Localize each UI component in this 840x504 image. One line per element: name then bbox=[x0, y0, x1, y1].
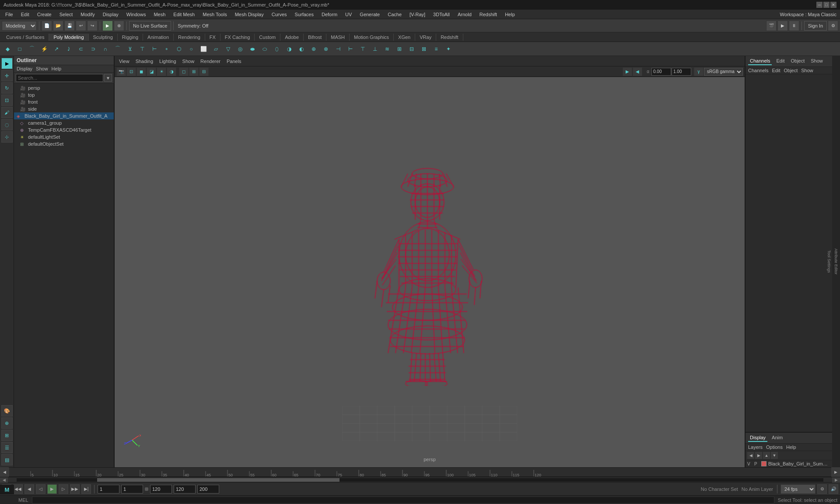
outliner-display-menu[interactable]: Display bbox=[17, 66, 32, 71]
tl-scroll-arrow-left[interactable]: ◀ bbox=[0, 477, 8, 483]
total-frames-input[interactable] bbox=[197, 485, 219, 494]
settings-btn[interactable]: ⚙ bbox=[828, 21, 838, 31]
shelf-tool11[interactable]: ∘ bbox=[161, 43, 172, 55]
timeline-bar[interactable]: 5 10 15 20 25 30 35 40 45 50 5 bbox=[9, 467, 831, 477]
object-tab[interactable]: Object bbox=[789, 57, 806, 65]
shelf-tool6[interactable]: ∩ bbox=[100, 43, 111, 55]
shelf-cyl[interactable]: ▱ bbox=[210, 43, 221, 55]
select-btn[interactable]: ▶ bbox=[1, 58, 13, 69]
menu-edit-mesh[interactable]: Edit Mesh bbox=[170, 11, 198, 18]
paint-btn[interactable]: 🖌 bbox=[1, 107, 13, 118]
menu-create[interactable]: Create bbox=[34, 11, 55, 18]
shelf-cube[interactable]: ⬜ bbox=[198, 43, 209, 55]
vp-menu-panels[interactable]: Panels bbox=[224, 59, 244, 64]
tl-scroll-thumb[interactable] bbox=[97, 478, 339, 482]
tab-mash[interactable]: MASH bbox=[326, 34, 350, 41]
layer-prev-btn[interactable]: ◀ bbox=[747, 452, 754, 459]
edit-tab[interactable]: Edit bbox=[774, 57, 786, 65]
vp-menu-renderer[interactable]: Renderer bbox=[198, 59, 223, 64]
tl-scroll-right[interactable]: ▶ bbox=[831, 467, 840, 477]
vp-solid-btn[interactable]: ◼ bbox=[136, 67, 146, 76]
start-frame-input[interactable] bbox=[121, 485, 143, 494]
layers-menu[interactable]: Layers bbox=[748, 444, 763, 450]
menu-modify[interactable]: Modify bbox=[77, 11, 98, 18]
vp-hud-btn[interactable]: ⊟ bbox=[199, 67, 209, 76]
render-btn[interactable]: 🎬 bbox=[766, 21, 777, 31]
shelf-tool2[interactable]: ↗ bbox=[51, 43, 62, 55]
play-back-btn[interactable]: ◁ bbox=[36, 484, 46, 494]
tab-fx[interactable]: FX bbox=[205, 34, 220, 41]
redo-btn[interactable]: ↪ bbox=[87, 21, 98, 31]
vp-step-back-btn[interactable]: ◀ bbox=[633, 67, 642, 76]
shelf-combine[interactable]: ⊞ bbox=[394, 43, 405, 55]
shelf-smooth[interactable]: ≋ bbox=[382, 43, 393, 55]
close-button[interactable]: ✕ bbox=[830, 2, 836, 8]
menu-select[interactable]: Select bbox=[56, 11, 77, 18]
shelf-shape8[interactable]: ⬯ bbox=[271, 43, 283, 55]
shelf-bridge[interactable]: ⊥ bbox=[369, 43, 381, 55]
vp-playblast-btn[interactable]: ▶ bbox=[623, 67, 632, 76]
no-live-surface-btn[interactable]: No Live Surface bbox=[129, 21, 171, 31]
menu-display[interactable]: Display bbox=[99, 11, 122, 18]
tab-motion-graphics[interactable]: Motion Graphics bbox=[350, 34, 394, 41]
viewport-canvas[interactable]: X Y Z persp bbox=[115, 77, 745, 467]
next-frame-btn[interactable]: ▷ bbox=[59, 484, 68, 494]
shelf-sphere[interactable]: ○ bbox=[186, 43, 197, 55]
shelf-cone[interactable]: ▽ bbox=[222, 43, 234, 55]
tab-animation[interactable]: Animation bbox=[143, 34, 174, 41]
shelf-tool12[interactable]: ⬡ bbox=[173, 43, 185, 55]
outliner-search-btn[interactable]: ▼ bbox=[104, 74, 112, 82]
menu-help[interactable]: Help bbox=[501, 11, 518, 18]
menu-redshift[interactable]: Redshift bbox=[476, 11, 500, 18]
ch-edit-menu[interactable]: Edit bbox=[772, 68, 780, 73]
menu-mesh-display[interactable]: Mesh Display bbox=[231, 11, 267, 18]
pause-btn[interactable]: ⏸ bbox=[789, 21, 799, 31]
shelf-shape5[interactable]: ◎ bbox=[234, 43, 246, 55]
shelf-bevel[interactable]: ⊢ bbox=[345, 43, 356, 55]
tab-xgen[interactable]: XGen bbox=[394, 34, 415, 41]
prev-frame-btn[interactable]: ◀ bbox=[24, 484, 34, 494]
command-input[interactable] bbox=[32, 497, 774, 504]
new-file-btn[interactable]: 📄 bbox=[42, 21, 52, 31]
tab-redshift[interactable]: Redshift bbox=[436, 34, 463, 41]
window-controls[interactable]: ─ □ ✕ bbox=[816, 2, 836, 8]
outliner-help-menu[interactable]: Help bbox=[52, 66, 62, 71]
shelf-separate[interactable]: ⊟ bbox=[406, 43, 417, 55]
shelf-shape7[interactable]: ⬭ bbox=[259, 43, 270, 55]
attr-editor-tab[interactable]: Attribute Editor bbox=[833, 247, 839, 276]
select-tool-btn[interactable]: ▶ bbox=[102, 21, 113, 31]
shelf-tool1[interactable]: ⚡ bbox=[38, 43, 50, 55]
minimize-button[interactable]: ─ bbox=[816, 2, 822, 8]
vp-iso-btn[interactable]: ◻ bbox=[179, 67, 189, 76]
tl-scroll-arrow-right[interactable]: ▶ bbox=[832, 477, 840, 483]
menu-windows[interactable]: Windows bbox=[123, 11, 150, 18]
shelf-tool7[interactable]: ⌒ bbox=[112, 43, 123, 55]
vp-menu-view[interactable]: View bbox=[116, 59, 132, 64]
layers-btn[interactable]: ☰ bbox=[1, 442, 13, 453]
outliner-item-lightset[interactable]: ☀ defaultLightSet bbox=[14, 133, 114, 140]
outliner-search-input[interactable] bbox=[16, 74, 103, 82]
menu-mesh-tools[interactable]: Mesh Tools bbox=[199, 11, 230, 18]
snap-btn[interactable]: ⊹ bbox=[1, 131, 13, 143]
outliner-item-top[interactable]: 🎥 top bbox=[14, 91, 114, 98]
shelf-select[interactable]: ◆ bbox=[2, 43, 13, 55]
layer-down-btn[interactable]: ▼ bbox=[771, 452, 778, 459]
ch-channels-menu[interactable]: Channels bbox=[748, 68, 768, 73]
vp-textured-btn[interactable]: ◪ bbox=[147, 67, 156, 76]
settings-btn2[interactable]: ⚙ bbox=[817, 484, 827, 494]
grid-btn[interactable]: ⊞ bbox=[1, 430, 13, 441]
tab-adobe[interactable]: Adobe bbox=[280, 34, 304, 41]
menu-curves[interactable]: Curves bbox=[268, 11, 290, 18]
outliner-item-camera-group[interactable]: ◇ camera1_group bbox=[14, 119, 114, 126]
shelf-shape9[interactable]: ◑ bbox=[284, 43, 295, 55]
vp-camera-btn[interactable]: 📷 bbox=[116, 67, 126, 76]
seq-btn[interactable]: ▤ bbox=[1, 454, 13, 466]
shelf-tool3[interactable]: ⤸ bbox=[63, 43, 74, 55]
outliner-item-front[interactable]: 🎥 front bbox=[14, 98, 114, 105]
shelf-cleanup[interactable]: ✦ bbox=[443, 43, 454, 55]
shelf-tool4[interactable]: ⊂ bbox=[75, 43, 87, 55]
shelf-tool10[interactable]: ⊢ bbox=[149, 43, 160, 55]
sculpt-btn[interactable]: ◌ bbox=[1, 119, 13, 130]
ch-object-menu[interactable]: Object bbox=[784, 68, 798, 73]
menu-surfaces[interactable]: Surfaces bbox=[291, 11, 317, 18]
